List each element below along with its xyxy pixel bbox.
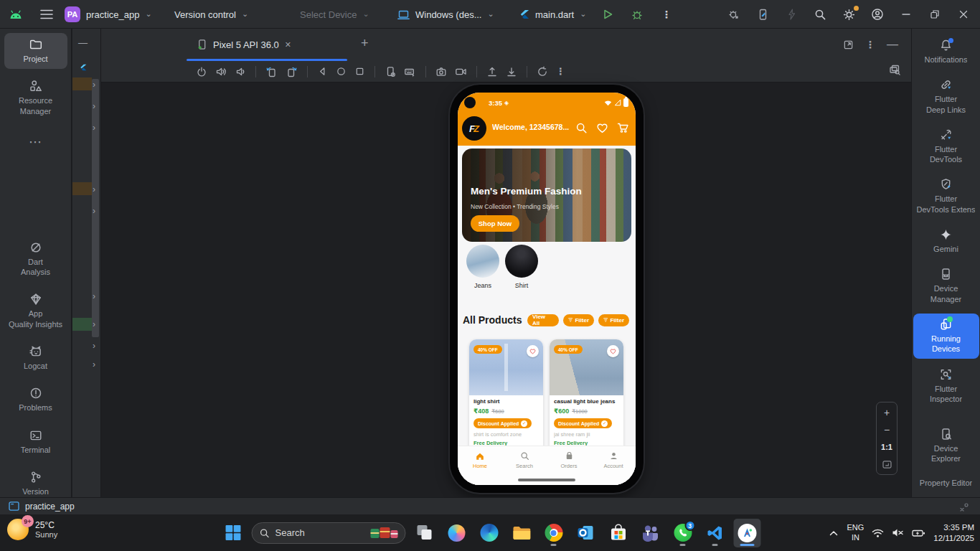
sidebar-item-resource-manager[interactable]: ResourceManager: [4, 75, 67, 121]
nav-account[interactable]: Account: [591, 446, 636, 485]
promo-banner[interactable]: Men's Premium Fashion New Collection • T…: [462, 149, 631, 242]
start-button[interactable]: [220, 519, 247, 547]
tray-volume-muted-icon[interactable]: [892, 527, 904, 538]
volume-up-icon[interactable]: [215, 66, 227, 77]
search-icon[interactable]: [575, 122, 588, 134]
sidebar-item-flutter-deep-links[interactable]: FlutterDeep Links: [913, 74, 979, 119]
tray-chevron-up-icon[interactable]: [829, 529, 839, 537]
sidebar-item-device-explorer[interactable]: DeviceExplorer: [913, 423, 979, 468]
power-icon[interactable]: [196, 66, 207, 77]
display-mode-icon[interactable]: [889, 64, 901, 76]
main-menu-icon[interactable]: [37, 5, 56, 24]
shop-now-button[interactable]: Shop Now: [471, 215, 519, 232]
copilot-button[interactable]: [443, 519, 471, 547]
wishlist-heart-icon[interactable]: [596, 122, 608, 134]
more-tool-windows-icon[interactable]: ⋯: [29, 134, 42, 150]
tree-expand-icon[interactable]: ›: [93, 185, 95, 194]
vcs-widget[interactable]: Version control ⌄: [174, 0, 248, 29]
window-restore-icon[interactable]: [925, 5, 944, 24]
nav-home[interactable]: Home: [458, 446, 502, 485]
sidebar-item-flutter-devtools[interactable]: FlutterDevTools: [913, 124, 979, 169]
attach-debugger-icon[interactable]: [725, 5, 743, 24]
select-device-dropdown[interactable]: Select Device ⌄: [300, 0, 369, 29]
overview-icon[interactable]: [354, 66, 365, 77]
cart-icon[interactable]: [617, 122, 629, 134]
home-icon[interactable]: [336, 66, 347, 77]
project-widget[interactable]: PA practice_app ⌄: [65, 0, 152, 29]
device-screen[interactable]: 3:35 ◈ FZ Welcome, 12345678... Men's: [458, 93, 636, 485]
category-jeans-image[interactable]: [466, 245, 499, 278]
favorite-heart-icon[interactable]: [607, 345, 619, 357]
tree-expand-icon[interactable]: ›: [93, 292, 95, 301]
zoom-out-button[interactable]: −: [877, 422, 897, 438]
zoom-level-label[interactable]: 1:1: [877, 439, 897, 455]
tree-row-highlight[interactable]: [72, 77, 92, 90]
statusbar-widget-icon[interactable]: [958, 502, 969, 512]
view-all-button[interactable]: View All: [527, 314, 559, 326]
profile-avatar-icon[interactable]: [868, 5, 887, 24]
sidebar-item-property-editor[interactable]: Property Editor: [913, 474, 979, 492]
sidebar-item-notifications[interactable]: Notifications: [913, 34, 979, 69]
sidebar-item-flutter-devtools-extensions[interactable]: FlutterDevTools Extens: [913, 174, 979, 219]
sidebar-item-flutter-inspector[interactable]: FlutterInspector: [913, 364, 979, 409]
tree-expand-icon[interactable]: ›: [93, 342, 95, 350]
filter-button[interactable]: Filter: [563, 314, 594, 326]
hide-panel-icon[interactable]: —: [78, 37, 88, 48]
open-in-window-icon[interactable]: [843, 39, 854, 50]
chrome-button[interactable]: [540, 519, 567, 547]
filter-button[interactable]: Filter: [598, 314, 629, 326]
favorite-heart-icon[interactable]: [527, 345, 539, 357]
tree-expand-icon[interactable]: ›: [93, 360, 95, 369]
debug-button[interactable]: [628, 5, 646, 24]
tray-wifi-icon[interactable]: [872, 528, 884, 538]
volume-down-icon[interactable]: [235, 66, 246, 77]
screen-record-icon[interactable]: [455, 66, 467, 77]
window-close-icon[interactable]: [954, 5, 973, 24]
taskbar-clock[interactable]: 3:35 PM 12/11/2025: [933, 522, 974, 544]
run-button[interactable]: [598, 5, 617, 24]
profiler-bolt-icon[interactable]: [782, 5, 801, 24]
android-studio-button[interactable]: [734, 519, 761, 547]
upload-icon[interactable]: [486, 66, 498, 77]
whatsapp-button[interactable]: 3: [669, 519, 697, 547]
tree-expand-icon[interactable]: ›: [93, 80, 95, 89]
more-run-options-icon[interactable]: ⋮: [657, 5, 676, 24]
run-config-dropdown[interactable]: main.dart ⌄: [519, 0, 586, 29]
screenshot-camera-icon[interactable]: [435, 66, 447, 77]
teams-button[interactable]: [637, 519, 664, 547]
fit-to-window-icon[interactable]: [877, 456, 897, 472]
snapshot-restore-icon[interactable]: [537, 66, 548, 77]
target-device-dropdown[interactable]: Windows (des... ⌄: [397, 0, 494, 29]
vscode-button[interactable]: [702, 519, 729, 547]
toolbar-more-icon[interactable]: ⋮: [556, 66, 565, 77]
new-tab-icon[interactable]: +: [361, 36, 369, 51]
tree-expand-icon[interactable]: ›: [93, 207, 95, 215]
sidebar-item-dart-analysis[interactable]: DartAnalysis: [4, 236, 67, 283]
tree-expand-icon[interactable]: ›: [93, 123, 95, 132]
window-minimize-icon[interactable]: [897, 5, 915, 24]
sidebar-item-device-manager[interactable]: DeviceManager: [913, 263, 979, 309]
sidebar-item-project[interactable]: Project: [4, 33, 67, 69]
tree-expand-icon[interactable]: ›: [93, 320, 95, 329]
gesture-bar[interactable]: [518, 479, 575, 481]
task-view-button[interactable]: [411, 519, 438, 547]
hardware-input-icon[interactable]: [404, 66, 416, 77]
panel-options-icon[interactable]: ⋮: [865, 39, 875, 50]
rotate-right-icon[interactable]: [286, 66, 298, 77]
category-shirt-image[interactable]: [505, 245, 538, 278]
device-settings-icon[interactable]: [385, 66, 396, 77]
ms-store-button[interactable]: [605, 519, 632, 547]
zoom-in-button[interactable]: +: [877, 405, 897, 420]
tree-expand-icon[interactable]: ›: [93, 102, 95, 110]
hot-reload-device-icon[interactable]: [753, 5, 772, 24]
back-icon[interactable]: [317, 66, 328, 77]
edge-button[interactable]: [476, 519, 503, 547]
settings-gear-icon[interactable]: [839, 5, 858, 24]
language-indicator[interactable]: ENG IN: [847, 523, 864, 542]
sidebar-item-gemini[interactable]: Gemini: [913, 224, 979, 258]
sidebar-item-app-quality-insights[interactable]: AppQuality Insights: [4, 288, 67, 334]
panel-minimize-icon[interactable]: —: [887, 38, 898, 51]
file-explorer-button[interactable]: [508, 519, 535, 547]
tab-pixel5[interactable]: Pixel 5 API 36.0 ✕: [188, 29, 300, 60]
rotate-left-icon[interactable]: [265, 66, 278, 77]
